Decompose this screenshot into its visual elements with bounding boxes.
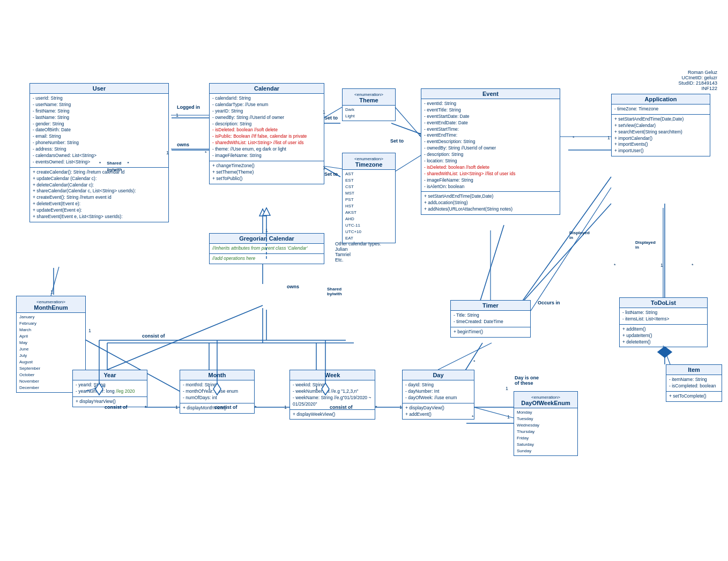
shared-bywith-user: * Shared * xyxy=(99,161,129,166)
event-attrs: - eventId: String - eventTitle: String -… xyxy=(421,99,560,192)
todolist-class: ToDoList - listName: String - itemsList:… xyxy=(619,297,708,347)
todolist-methods: + addItem() + updateItem() + deleteItem(… xyxy=(620,325,707,347)
gregorian-comment1: //Inherits attributes from parent class … xyxy=(210,244,324,254)
theme-class: <enumeration>Theme Dark Light xyxy=(342,88,396,121)
mult-1-week2: 1 xyxy=(315,385,318,391)
timer-methods: + beginTimer() xyxy=(451,327,530,337)
timezone-values: AST EST CST MST PST HST AKST AHD UTC-11 … xyxy=(343,170,395,243)
month-attrs: - monthId: String - monthOfYear: //Use e… xyxy=(180,380,254,403)
timezone-class: <enumeration>Timezone AST EST CST MST PS… xyxy=(342,153,396,243)
consist-of-year-month: consist of xyxy=(105,405,128,410)
svg-line-39 xyxy=(395,155,421,171)
week-title: Week xyxy=(290,370,375,380)
author-info: Roman Geluz UCInetID: geluzr StudID: 218… xyxy=(678,70,717,91)
item-title: Item xyxy=(666,365,722,375)
year-attrs: - yearId: String - yearNumber: long //eg… xyxy=(73,380,147,397)
mult-1-dow: 1 xyxy=(507,414,510,420)
other-types: Other calendar types: Julian Tamriel Etc… xyxy=(335,241,381,263)
set-to-2: Set to xyxy=(324,171,338,177)
mult-star-timer-day: * xyxy=(473,359,476,364)
mult-1-monthenum2: 1 xyxy=(50,289,53,295)
mult-star-year: * xyxy=(145,405,147,410)
todolist-title: ToDoList xyxy=(620,298,707,308)
svg-line-30 xyxy=(515,204,611,311)
svg-line-12 xyxy=(477,225,504,311)
user-attrs: - userId: String - userName: String - fi… xyxy=(30,94,168,168)
event-class: Event - eventId: String - eventTitle: St… xyxy=(421,88,560,215)
calendar-title: Calendar xyxy=(210,84,324,94)
gregorian-comment2: //add operations here xyxy=(210,254,324,264)
timezone-title: <enumeration>Timezone xyxy=(343,153,395,170)
mult-1-year: 1 xyxy=(94,385,96,391)
week-class: Week - weekId: String - weekNumber: int … xyxy=(289,370,375,420)
gregorian-title: Gregorian Calendar xyxy=(210,234,324,244)
mult-1-loggedin: 1 xyxy=(176,113,179,118)
mult-1-app: 1 xyxy=(607,135,610,140)
calendar-methods: + changeTimeZone() + setTheme(Theme) + s… xyxy=(210,161,324,184)
svg-line-43 xyxy=(438,343,492,370)
application-attrs: - timeZone: Timezone xyxy=(612,104,710,115)
mult-1-monthenum: 1 xyxy=(88,328,91,333)
day-is-one-of-these: Day is oneof these xyxy=(515,375,539,386)
user-methods: + createCalendar(): String //return cale… xyxy=(30,168,168,222)
mult-1-day: 1 xyxy=(399,405,402,410)
displayed-in-2: Displayedin xyxy=(635,240,656,250)
logged-in-label: Logged in xyxy=(177,104,200,110)
mult-1-theme: 1 xyxy=(323,109,325,115)
author-name: Roman Geluz xyxy=(678,70,717,75)
displayed-in-1: Displayedin xyxy=(569,230,590,240)
diagram-canvas: Roman Geluz UCInetID: geluzr StudID: 218… xyxy=(0,0,728,561)
owns-label: owns xyxy=(177,142,189,147)
calendar-attrs: - calendarId: String - calendarType: //U… xyxy=(210,94,324,161)
application-methods: + setStartAndEndTime(Date,Date) + setVie… xyxy=(612,115,710,156)
consist-of-month-week: consist of xyxy=(214,405,237,410)
year-class: Year - yearId: String - yearNumber: long… xyxy=(72,370,147,407)
year-title: Year xyxy=(73,370,147,380)
day-attrs: - dayId: String - dayNumber: Int - dayOf… xyxy=(403,380,474,403)
calendar-class: Calendar - calendarId: String - calendar… xyxy=(209,83,324,184)
svg-marker-50 xyxy=(263,208,270,215)
author-course: INF122 xyxy=(678,86,717,91)
timer-attrs: - Title: String - timeCreated: DateTime xyxy=(451,311,530,327)
mult-star-todo2: * xyxy=(692,263,694,268)
todolist-attrs: - listName: String - itemsList: List<Ite… xyxy=(620,308,707,325)
week-methods: + displayWeekView() xyxy=(290,410,375,420)
shared-bywith-user2: by/with xyxy=(107,167,122,172)
composition-diamond xyxy=(657,346,673,359)
gregorian-class: Gregorian Calendar //Inherits attributes… xyxy=(209,233,324,264)
mult-1-gregorian: 1 xyxy=(265,228,268,233)
svg-marker-33 xyxy=(658,347,672,357)
shared-bywith-cal: Sharedby/with xyxy=(327,287,342,296)
occurs-in-label: Occurs in xyxy=(538,300,560,305)
item-class: Item - itemName: String - isCompleted: b… xyxy=(666,364,722,402)
set-to-1: Set to xyxy=(324,115,338,121)
month-title: Month xyxy=(180,370,254,380)
mult-star-dow: * xyxy=(472,414,474,420)
event-methods: + setStartAndEndTime(Date,Date) + addLoc… xyxy=(421,192,560,214)
mult-1-day-timer: 1 xyxy=(506,386,508,391)
day-title: Day xyxy=(403,370,474,380)
author-ucinet: UCInetID: geluzr xyxy=(678,75,717,80)
item-attrs: - itemName: String - isCompleted: boolea… xyxy=(666,375,722,392)
mult-star-owns: * xyxy=(205,150,207,155)
mult-1-month2: 1 xyxy=(208,385,211,391)
dayofweek-title: <enumeration>DayOfWeekEnum xyxy=(514,392,577,408)
mult-1-app2: 1 xyxy=(660,263,663,268)
user-class: User - userId: String - userName: String… xyxy=(29,83,169,222)
user-title: User xyxy=(30,84,168,94)
day-class: Day - dayId: String - dayNumber: Int - d… xyxy=(402,370,474,420)
item-methods: + setToComplete() xyxy=(666,392,722,401)
dayofweek-enum-class: <enumeration>DayOfWeekEnum Monday Tuesda… xyxy=(514,391,578,456)
svg-line-37 xyxy=(324,166,342,169)
theme-title: <enumeration>Theme xyxy=(343,89,395,106)
svg-line-38 xyxy=(395,107,421,137)
month-enum-title: <enumeration>MonthEnum xyxy=(17,296,85,313)
theme-values: Dark Light xyxy=(343,106,395,121)
application-class: Application - timeZone: Timezone + setSt… xyxy=(611,94,710,156)
timer-title: Timer xyxy=(451,301,530,311)
timer-class: Timer - Title: String - timeCreated: Dat… xyxy=(450,300,531,338)
mult-star-app: * xyxy=(573,135,575,140)
svg-line-11 xyxy=(107,305,263,370)
application-title: Application xyxy=(612,94,710,104)
dayofweek-values: Monday Tuesday Wednesday Thursday Friday… xyxy=(514,408,577,455)
